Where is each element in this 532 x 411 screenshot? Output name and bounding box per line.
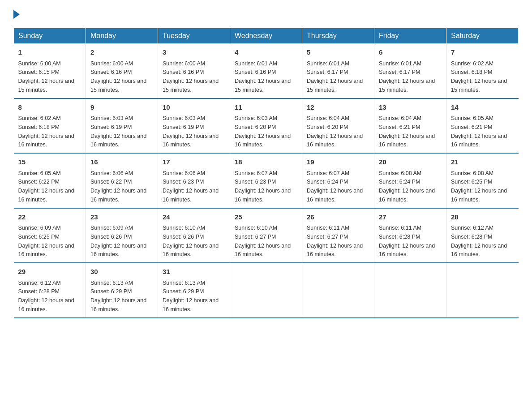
- day-sunrise: Sunrise: 6:01 AM: [235, 60, 277, 67]
- day-number: 12: [307, 103, 369, 113]
- calendar-cell: 7Sunrise: 6:02 AMSunset: 6:18 PMDaylight…: [446, 44, 519, 98]
- day-daylight: Daylight: 12 hours and 16 minutes.: [451, 133, 507, 148]
- day-sunrise: Sunrise: 6:13 AM: [90, 280, 133, 286]
- day-daylight: Daylight: 12 hours and 15 minutes.: [451, 78, 507, 93]
- day-sunset: Sunset: 6:28 PM: [379, 234, 420, 240]
- day-sunset: Sunset: 6:19 PM: [90, 124, 132, 130]
- day-daylight: Daylight: 12 hours and 16 minutes.: [379, 133, 435, 148]
- day-sunset: Sunset: 6:29 PM: [90, 288, 132, 295]
- day-number: 31: [163, 267, 225, 277]
- day-number: 4: [235, 47, 297, 58]
- day-daylight: Daylight: 12 hours and 16 minutes.: [379, 243, 435, 258]
- day-number: 19: [307, 157, 369, 167]
- calendar-cell: 27Sunrise: 6:11 AMSunset: 6:28 PMDayligh…: [374, 208, 446, 263]
- day-sunset: Sunset: 6:23 PM: [163, 179, 204, 185]
- day-number: 27: [379, 212, 442, 223]
- day-daylight: Daylight: 12 hours and 16 minutes.: [307, 188, 363, 203]
- day-sunrise: Sunrise: 6:09 AM: [18, 225, 61, 231]
- calendar-cell: [302, 263, 374, 318]
- calendar-cell: 18Sunrise: 6:07 AMSunset: 6:23 PMDayligh…: [230, 153, 302, 208]
- day-number: 10: [163, 103, 225, 113]
- day-sunrise: Sunrise: 6:04 AM: [379, 115, 421, 121]
- day-sunrise: Sunrise: 6:12 AM: [451, 225, 493, 231]
- day-sunrise: Sunrise: 6:03 AM: [163, 115, 205, 121]
- calendar-cell: 14Sunrise: 6:05 AMSunset: 6:21 PMDayligh…: [446, 98, 519, 154]
- day-sunrise: Sunrise: 6:03 AM: [90, 115, 133, 121]
- calendar-table: SundayMondayTuesdayWednesdayThursdayFrid…: [13, 28, 519, 318]
- day-number: 18: [235, 157, 297, 167]
- day-sunset: Sunset: 6:28 PM: [451, 234, 492, 240]
- day-daylight: Daylight: 12 hours and 15 minutes.: [163, 78, 219, 93]
- day-sunrise: Sunrise: 6:02 AM: [451, 60, 493, 67]
- day-daylight: Daylight: 12 hours and 15 minutes.: [235, 78, 291, 93]
- calendar-cell: 8Sunrise: 6:02 AMSunset: 6:18 PMDaylight…: [14, 98, 86, 154]
- calendar-cell: 30Sunrise: 6:13 AMSunset: 6:29 PMDayligh…: [86, 263, 158, 318]
- column-header-monday: Monday: [86, 28, 158, 44]
- day-sunrise: Sunrise: 6:10 AM: [163, 225, 205, 231]
- calendar-header-row: SundayMondayTuesdayWednesdayThursdayFrid…: [14, 28, 519, 44]
- day-sunset: Sunset: 6:16 PM: [235, 69, 276, 75]
- day-sunset: Sunset: 6:19 PM: [163, 124, 204, 130]
- day-sunset: Sunset: 6:28 PM: [18, 288, 60, 295]
- day-number: 23: [90, 212, 153, 223]
- day-sunset: Sunset: 6:26 PM: [90, 234, 132, 240]
- day-daylight: Daylight: 12 hours and 16 minutes.: [18, 133, 74, 148]
- calendar-cell: 15Sunrise: 6:05 AMSunset: 6:22 PMDayligh…: [14, 153, 86, 208]
- calendar-week-row: 1Sunrise: 6:00 AMSunset: 6:15 PMDaylight…: [14, 44, 519, 98]
- day-sunset: Sunset: 6:25 PM: [451, 179, 492, 185]
- day-daylight: Daylight: 12 hours and 15 minutes.: [90, 78, 146, 93]
- day-number: 22: [18, 212, 82, 223]
- day-daylight: Daylight: 12 hours and 16 minutes.: [307, 243, 363, 258]
- calendar-cell: 23Sunrise: 6:09 AMSunset: 6:26 PMDayligh…: [86, 208, 158, 263]
- calendar-cell: 12Sunrise: 6:04 AMSunset: 6:20 PMDayligh…: [302, 98, 374, 154]
- calendar-week-row: 22Sunrise: 6:09 AMSunset: 6:25 PMDayligh…: [14, 208, 519, 263]
- page-header: [13, 9, 519, 19]
- calendar-cell: 28Sunrise: 6:12 AMSunset: 6:28 PMDayligh…: [446, 208, 519, 263]
- day-number: 21: [451, 157, 514, 167]
- calendar-cell: 24Sunrise: 6:10 AMSunset: 6:26 PMDayligh…: [158, 208, 230, 263]
- calendar-week-row: 8Sunrise: 6:02 AMSunset: 6:18 PMDaylight…: [14, 98, 519, 154]
- day-daylight: Daylight: 12 hours and 16 minutes.: [90, 133, 146, 148]
- day-number: 6: [379, 47, 442, 58]
- day-sunrise: Sunrise: 6:03 AM: [235, 115, 277, 121]
- column-header-wednesday: Wednesday: [230, 28, 302, 44]
- day-sunset: Sunset: 6:22 PM: [18, 179, 60, 185]
- calendar-cell: 6Sunrise: 6:01 AMSunset: 6:17 PMDaylight…: [374, 44, 446, 98]
- day-daylight: Daylight: 12 hours and 15 minutes.: [307, 78, 363, 93]
- column-header-sunday: Sunday: [14, 28, 86, 44]
- day-daylight: Daylight: 12 hours and 16 minutes.: [235, 243, 291, 258]
- day-number: 20: [379, 157, 442, 167]
- day-daylight: Daylight: 12 hours and 16 minutes.: [163, 297, 219, 313]
- day-daylight: Daylight: 12 hours and 16 minutes.: [163, 243, 219, 258]
- day-sunset: Sunset: 6:23 PM: [235, 179, 276, 185]
- day-daylight: Daylight: 12 hours and 16 minutes.: [451, 188, 507, 203]
- logo-arrow-icon: [13, 10, 20, 19]
- day-daylight: Daylight: 12 hours and 16 minutes.: [235, 133, 291, 148]
- day-sunrise: Sunrise: 6:06 AM: [90, 170, 133, 176]
- day-sunrise: Sunrise: 6:05 AM: [18, 170, 61, 176]
- day-number: 14: [451, 103, 514, 113]
- day-sunset: Sunset: 6:18 PM: [451, 69, 492, 75]
- day-sunrise: Sunrise: 6:07 AM: [307, 170, 349, 176]
- calendar-cell: 16Sunrise: 6:06 AMSunset: 6:22 PMDayligh…: [86, 153, 158, 208]
- calendar-cell: 4Sunrise: 6:01 AMSunset: 6:16 PMDaylight…: [230, 44, 302, 98]
- day-sunset: Sunset: 6:29 PM: [163, 288, 204, 295]
- day-number: 29: [18, 267, 82, 277]
- day-sunset: Sunset: 6:20 PM: [307, 124, 348, 130]
- day-number: 11: [235, 103, 297, 113]
- day-sunrise: Sunrise: 6:11 AM: [379, 225, 421, 231]
- day-sunset: Sunset: 6:25 PM: [18, 234, 60, 240]
- day-number: 24: [163, 212, 225, 223]
- day-daylight: Daylight: 12 hours and 15 minutes.: [18, 78, 74, 93]
- day-number: 5: [307, 47, 369, 58]
- day-sunrise: Sunrise: 6:12 AM: [18, 280, 61, 286]
- day-sunrise: Sunrise: 6:08 AM: [379, 170, 421, 176]
- column-header-tuesday: Tuesday: [158, 28, 230, 44]
- calendar-cell: 25Sunrise: 6:10 AMSunset: 6:27 PMDayligh…: [230, 208, 302, 263]
- day-daylight: Daylight: 12 hours and 15 minutes.: [379, 78, 435, 93]
- day-sunset: Sunset: 6:26 PM: [163, 234, 204, 240]
- day-number: 17: [163, 157, 225, 167]
- calendar-cell: 13Sunrise: 6:04 AMSunset: 6:21 PMDayligh…: [374, 98, 446, 154]
- day-number: 3: [163, 47, 225, 58]
- column-header-thursday: Thursday: [302, 28, 374, 44]
